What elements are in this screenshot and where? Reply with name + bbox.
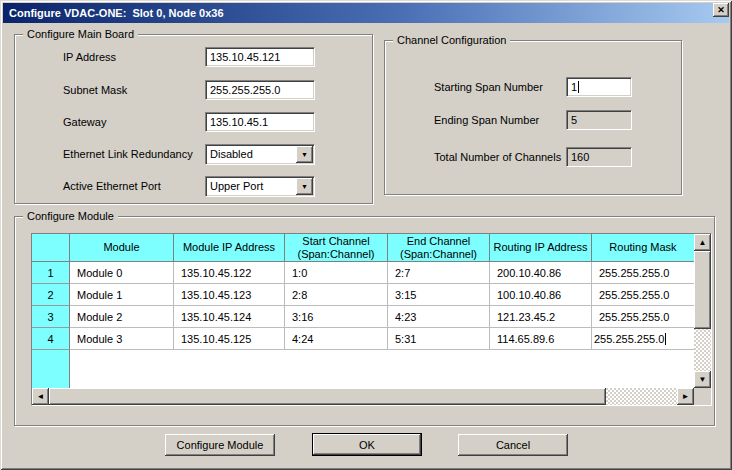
window-title: Configure VDAC-ONE: Slot 0, Node 0x36 <box>9 7 224 19</box>
column-header-start-channel: Start Channel(Span:Channel) <box>285 234 388 262</box>
cell-module[interactable]: Module 3 <box>70 328 174 350</box>
column-header-routing-ip: Routing IP Address <box>490 234 592 262</box>
cell-module[interactable]: Module 0 <box>70 262 174 284</box>
ok-button[interactable]: OK <box>312 433 422 456</box>
cell-start-channel[interactable]: 2:8 <box>285 284 388 306</box>
close-icon: ✕ <box>717 6 725 15</box>
ip-address-label: IP Address <box>63 50 116 64</box>
group-main-board: Configure Main Board IP Address 135.10.4… <box>14 34 373 204</box>
group-configure-module: Configure Module Module Module IP Addres… <box>14 216 715 426</box>
row-header-column-stub <box>32 350 70 388</box>
scroll-left-icon: ◄ <box>37 393 45 401</box>
ethernet-link-redundancy-label: Ethernet Link Redundancy <box>63 147 193 161</box>
scroll-down-button[interactable]: ▼ <box>694 371 711 388</box>
starting-span-number-label: Starting Span Number <box>434 80 543 94</box>
column-header-module-ip: Module IP Address <box>174 234 285 262</box>
cell-routing-ip[interactable]: 200.10.40.86 <box>490 262 592 284</box>
table-row: 2 Module 1 135.10.45.123 2:8 3:15 100.10… <box>32 284 694 306</box>
group-main-board-legend: Configure Main Board <box>23 28 138 41</box>
ending-span-number-field: 5 <box>566 110 632 130</box>
cell-start-channel[interactable]: 3:16 <box>285 306 388 328</box>
ok-button-label: OK <box>359 439 375 451</box>
scroll-right-icon: ► <box>682 393 690 401</box>
dialog-window: Configure VDAC-ONE: Slot 0, Node 0x36 ✕ … <box>0 0 732 470</box>
cell-module-ip[interactable]: 135.10.45.125 <box>174 328 285 350</box>
table-row: 1 Module 0 135.10.45.122 1:0 2:7 200.10.… <box>32 262 694 284</box>
chevron-down-icon: ▼ <box>301 151 308 158</box>
cell-end-channel[interactable]: 2:7 <box>388 262 490 284</box>
group-configure-module-legend: Configure Module <box>23 210 118 223</box>
ethernet-link-redundancy-value: Disabled <box>210 148 253 160</box>
active-ethernet-port-value: Upper Port <box>210 180 263 192</box>
vertical-scrollbar-thumb[interactable] <box>694 251 711 329</box>
text-cursor <box>665 333 666 345</box>
subnet-mask-value: 255.255.255.0 <box>210 84 280 96</box>
starting-span-number-value: 1 <box>571 81 577 93</box>
gateway-value: 135.10.45.1 <box>210 116 268 128</box>
module-grid: Module Module IP Address Start Channel(S… <box>32 234 694 388</box>
cell-module-ip[interactable]: 135.10.45.122 <box>174 262 285 284</box>
row-header[interactable]: 2 <box>32 284 70 306</box>
cell-start-channel[interactable]: 4:24 <box>285 328 388 350</box>
configure-module-button-label: Configure Module <box>177 439 264 451</box>
cell-module-ip[interactable]: 135.10.45.123 <box>174 284 285 306</box>
scroll-down-icon: ▼ <box>699 376 707 384</box>
cell-routing-mask-editing[interactable]: 255.255.255.0 <box>592 328 694 350</box>
total-number-of-channels-value: 160 <box>571 151 589 163</box>
column-header-end-channel: End Channel(Span:Channel) <box>388 234 490 262</box>
active-ethernet-port-label: Active Ethernet Port <box>63 179 161 193</box>
close-button[interactable]: ✕ <box>713 3 729 17</box>
cancel-button-label: Cancel <box>496 439 530 451</box>
active-ethernet-port-combobox[interactable]: Upper Port ▼ <box>205 176 315 197</box>
cancel-button[interactable]: Cancel <box>458 434 568 456</box>
starting-span-number-field[interactable]: 1 <box>566 77 632 97</box>
ip-address-field[interactable]: 135.10.45.121 <box>205 47 315 67</box>
configure-module-button[interactable]: Configure Module <box>165 434 275 456</box>
cell-module-ip[interactable]: 135.10.45.124 <box>174 306 285 328</box>
row-header[interactable]: 1 <box>32 262 70 284</box>
cell-end-channel[interactable]: 3:15 <box>388 284 490 306</box>
ip-address-value: 135.10.45.121 <box>210 51 280 63</box>
scroll-right-button[interactable]: ► <box>677 388 694 405</box>
module-table: Module Module IP Address Start Channel(S… <box>31 233 712 406</box>
group-channel-configuration-legend: Channel Configuration <box>393 34 510 47</box>
cell-routing-ip[interactable]: 100.10.40.86 <box>490 284 592 306</box>
table-row: 4 Module 3 135.10.45.125 4:24 5:31 114.6… <box>32 328 694 350</box>
row-header[interactable]: 4 <box>32 328 70 350</box>
cell-routing-mask[interactable]: 255.255.255.0 <box>592 284 694 306</box>
ending-span-number-value: 5 <box>571 114 577 126</box>
scroll-up-icon: ▲ <box>699 239 707 247</box>
horizontal-scrollbar-thumb[interactable] <box>49 388 606 405</box>
cell-module[interactable]: Module 1 <box>70 284 174 306</box>
dropdown-button[interactable]: ▼ <box>296 178 313 195</box>
total-number-of-channels-label: Total Number of Channels <box>434 150 561 164</box>
column-header-module: Module <box>70 234 174 262</box>
scroll-up-button[interactable]: ▲ <box>694 234 711 251</box>
cell-routing-ip[interactable]: 121.23.45.2 <box>490 306 592 328</box>
row-header[interactable]: 3 <box>32 306 70 328</box>
cell-routing-ip[interactable]: 114.65.89.6 <box>490 328 592 350</box>
chevron-down-icon: ▼ <box>301 183 308 190</box>
table-header-row: Module Module IP Address Start Channel(S… <box>32 234 694 262</box>
cell-end-channel[interactable]: 5:31 <box>388 328 490 350</box>
vertical-scrollbar[interactable]: ▲ ▼ <box>694 234 711 388</box>
gateway-field[interactable]: 135.10.45.1 <box>205 112 315 132</box>
gateway-label: Gateway <box>63 115 106 129</box>
column-header-routing-mask: Routing Mask <box>592 234 694 262</box>
horizontal-scrollbar[interactable]: ◄ ► <box>32 388 694 405</box>
cell-module[interactable]: Module 2 <box>70 306 174 328</box>
column-header-rownum <box>32 234 70 262</box>
subnet-mask-label: Subnet Mask <box>63 83 127 97</box>
ethernet-link-redundancy-combobox[interactable]: Disabled ▼ <box>205 144 315 165</box>
group-channel-configuration: Channel Configuration Starting Span Numb… <box>384 40 682 195</box>
title-bar: Configure VDAC-ONE: Slot 0, Node 0x36 <box>3 3 729 23</box>
cell-end-channel[interactable]: 4:23 <box>388 306 490 328</box>
scroll-left-button[interactable]: ◄ <box>32 388 49 405</box>
cell-start-channel[interactable]: 1:0 <box>285 262 388 284</box>
total-number-of-channels-field: 160 <box>566 147 632 167</box>
table-row: 3 Module 2 135.10.45.124 3:16 4:23 121.2… <box>32 306 694 328</box>
cell-routing-mask[interactable]: 255.255.255.0 <box>592 262 694 284</box>
dropdown-button[interactable]: ▼ <box>296 146 313 163</box>
cell-routing-mask[interactable]: 255.255.255.0 <box>592 306 694 328</box>
subnet-mask-field[interactable]: 255.255.255.0 <box>205 80 315 100</box>
